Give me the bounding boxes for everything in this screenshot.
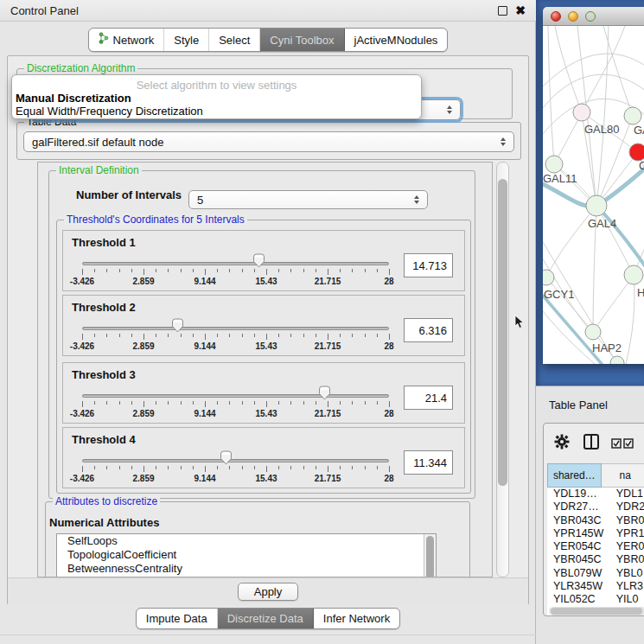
- close-traffic-light-icon[interactable]: [551, 11, 561, 22]
- cell-shared-name[interactable]: YPR145W: [547, 527, 610, 540]
- select-columns-checkboxes-icon[interactable]: [611, 438, 634, 449]
- tab-impute-data[interactable]: Impute Data: [137, 609, 218, 628]
- slider-thumb[interactable]: [220, 450, 233, 465]
- attribute-item-topologicalcoefficient[interactable]: TopologicalCoefficient: [57, 548, 436, 562]
- mouse-cursor: [514, 316, 525, 329]
- tab-style[interactable]: Style: [164, 29, 209, 51]
- tab-select[interactable]: Select: [209, 29, 260, 51]
- float-window-icon[interactable]: [498, 6, 507, 16]
- cell-shared-name[interactable]: YDR27…: [547, 501, 610, 513]
- network-node-gal80[interactable]: [573, 104, 590, 121]
- dropdown-placeholder-item[interactable]: Select algorithm to view settings: [12, 79, 421, 92]
- dropdown-option-equal-width[interactable]: Equal Width/Frequency Discretization: [12, 105, 421, 118]
- slider-thumb[interactable]: [171, 318, 184, 333]
- cell-name[interactable]: YPR1: [610, 527, 644, 540]
- network-node-h[interactable]: [624, 265, 643, 284]
- settings-scrollbar[interactable]: [496, 162, 509, 577]
- threshold-panel: Threshold 4 -3.4262.8599.14415.4321.7152…: [62, 427, 465, 488]
- attributes-scrollbar[interactable]: [424, 534, 436, 577]
- cell-name[interactable]: YDR2: [610, 501, 644, 513]
- threshold-value-field[interactable]: 6.316: [404, 318, 453, 342]
- threshold-value-field[interactable]: 11.344: [404, 450, 453, 475]
- cell-shared-name[interactable]: YER054C: [547, 540, 610, 553]
- network-edge[interactable]: [593, 275, 634, 332]
- slider-track[interactable]: [82, 262, 389, 265]
- network-edge[interactable]: [603, 26, 633, 116]
- cell-shared-name[interactable]: YBL079W: [547, 567, 610, 580]
- control-panel: Control Panel ✖ NetworkStyleSelectCyni T…: [0, 0, 536, 644]
- network-edge[interactable]: [548, 26, 554, 164]
- cell-name[interactable]: YBR0: [610, 514, 644, 527]
- attribute-item-selfloops[interactable]: SelfLoops: [57, 534, 436, 548]
- cell-shared-name[interactable]: YIL052C: [547, 593, 610, 606]
- network-edge[interactable]: [543, 311, 595, 364]
- network-node-gal11[interactable]: [545, 156, 563, 173]
- columns-icon[interactable]: [583, 434, 599, 450]
- dropdown-option-manual[interactable]: Manual Discretization: [12, 92, 421, 105]
- slider-track[interactable]: [82, 327, 389, 330]
- cell-shared-name[interactable]: YBR045C: [547, 553, 610, 566]
- network-node-gal4[interactable]: [586, 195, 607, 216]
- table-row[interactable]: YDL19…YDL1: [547, 488, 644, 501]
- tab-cyni-toolbox[interactable]: Cyni Toolbox: [260, 29, 344, 51]
- table-row[interactable]: YPR145WYPR1: [547, 527, 644, 540]
- table-row[interactable]: YBL079WYBL0: [547, 567, 644, 580]
- cell-name[interactable]: YER0: [610, 540, 644, 553]
- stepper-icon: [447, 105, 452, 114]
- network-edge[interactable]: [626, 275, 634, 364]
- network-node-ga[interactable]: [624, 107, 641, 124]
- cell-name[interactable]: YBR0: [610, 553, 644, 566]
- scrollbar-thumb[interactable]: [498, 179, 507, 486]
- network-node[interactable]: [610, 356, 624, 364]
- table-row[interactable]: YER054CYER0: [547, 540, 644, 553]
- network-edge[interactable]: [543, 54, 644, 86]
- network-view-window[interactable]: GAL80GACGAL11GAL4GCY1HHAP2: [543, 7, 644, 364]
- minimize-traffic-light-icon[interactable]: [568, 11, 578, 22]
- cell-shared-name[interactable]: YBR043C: [547, 514, 610, 527]
- tab-infer-network[interactable]: Infer Network: [314, 609, 399, 628]
- cell-name[interactable]: YBL0: [610, 567, 644, 580]
- gear-icon[interactable]: [554, 434, 570, 450]
- network-edge[interactable]: [555, 26, 582, 112]
- tab-discretize-data[interactable]: Discretize Data: [218, 609, 314, 628]
- table-data-value: galFiltered.sif default node: [32, 136, 163, 149]
- cell-name[interactable]: YIL0: [610, 593, 644, 606]
- network-node-c[interactable]: [629, 143, 644, 161]
- slider-track[interactable]: [82, 459, 389, 462]
- slider-thumb[interactable]: [252, 253, 265, 268]
- table-row[interactable]: YIL052CYIL0: [547, 593, 644, 606]
- close-icon[interactable]: ✖: [515, 4, 526, 16]
- slider-track[interactable]: [82, 394, 389, 398]
- apply-button[interactable]: Apply: [238, 583, 299, 601]
- table-row[interactable]: YBR045CYBR0: [547, 553, 644, 566]
- zoom-traffic-light-icon[interactable]: [585, 11, 596, 22]
- cell-shared-name[interactable]: YLR345W: [547, 580, 610, 593]
- table-row[interactable]: YBR043CYBR0: [547, 514, 644, 527]
- cell-shared-name[interactable]: YDL19…: [547, 488, 610, 501]
- network-canvas[interactable]: GAL80GACGAL11GAL4GCY1HHAP2: [543, 26, 644, 364]
- slider-thumb[interactable]: [318, 386, 331, 400]
- tab-jactivemnodules[interactable]: jActiveMNodules: [345, 29, 448, 51]
- network-node-gcy1[interactable]: [543, 270, 554, 285]
- table-row[interactable]: YLR345WYLR3: [547, 580, 644, 593]
- numerical-attributes-list[interactable]: SelfLoopsTopologicalCoefficientBetweenne…: [56, 533, 437, 577]
- tab-network[interactable]: Network: [89, 29, 165, 51]
- network-edge[interactable]: [596, 26, 609, 206]
- number-of-intervals-select[interactable]: 5: [188, 190, 428, 209]
- column-header-shared-name[interactable]: shared…: [547, 463, 602, 488]
- table-data-select[interactable]: galFiltered.sif default node: [23, 131, 514, 152]
- network-edge[interactable]: [582, 26, 625, 112]
- threshold-value-field[interactable]: 21.4: [404, 386, 453, 410]
- cell-name[interactable]: YDL1: [610, 488, 644, 501]
- threshold-panel: Threshold 3 -3.4262.8599.14415.4321.7152…: [62, 362, 465, 424]
- threshold-value-field[interactable]: 14.713: [404, 253, 453, 277]
- network-window-titlebar[interactable]: [543, 7, 644, 26]
- column-header-name[interactable]: na: [602, 463, 644, 488]
- network-node-hap2[interactable]: [585, 324, 601, 340]
- attribute-item-betweennesscentrality[interactable]: BetweennessCentrality: [57, 562, 436, 576]
- network-graph[interactable]: GAL80GACGAL11GAL4GCY1HHAP2: [543, 26, 644, 364]
- table-row[interactable]: YDR27…YDR2: [547, 501, 644, 513]
- table-hscrollbar[interactable]: [549, 607, 644, 615]
- table-panel-title: Table Panel: [549, 399, 608, 411]
- cell-name[interactable]: YLR3: [610, 580, 644, 593]
